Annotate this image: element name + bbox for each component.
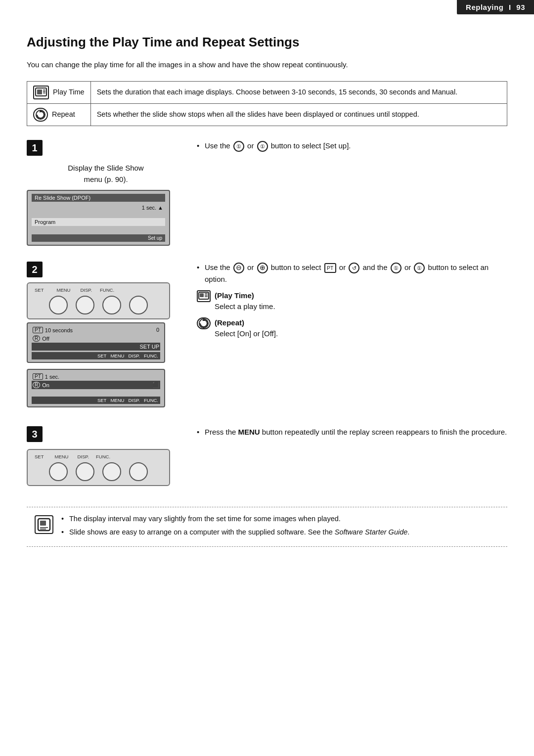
ss-row: PT 10 seconds 0: [32, 326, 160, 334]
step-3-camera-buttons: SETMENUDISP.FUNC.: [27, 449, 170, 486]
note-item: The display interval may vary slightly f…: [61, 513, 499, 525]
cam-btn-disp-3[interactable]: [102, 462, 121, 481]
playtime-icon: [33, 86, 49, 99]
repeat-desc: Sets whether the slide show stops when a…: [90, 104, 507, 126]
cam-btn-set-3[interactable]: [49, 462, 68, 481]
ss-row-selected: SET UP: [32, 343, 160, 351]
table-row: Repeat Sets whether the slide show stops…: [27, 104, 507, 126]
page-number: 93: [516, 3, 525, 11]
ss-row: R Off: [32, 334, 160, 343]
cam-circles-row-3: [33, 462, 164, 481]
sub-item-repeat: (Repeat) Select [On] or [Off].: [197, 317, 507, 340]
cam-btn-func-3[interactable]: [129, 462, 148, 481]
step-2-camera-buttons: SETMENUDISP.FUNC.: [27, 282, 170, 319]
repeat-icon-wrap: Repeat: [33, 108, 85, 122]
svg-rect-1: [37, 89, 42, 94]
repeat-sub-text: (Repeat) Select [On] or [Off].: [215, 317, 278, 340]
note-content: The display interval may vary slightly f…: [61, 513, 499, 540]
step-1-right: Use the ① or ① button to select [Set up]…: [197, 140, 507, 156]
page-title: Adjusting the Play Time and Repeat Setti…: [27, 35, 507, 50]
step-2-right: Use the ⊖ or ⊕ button to select PT or ↺ …: [197, 262, 507, 339]
ss-bottom: SETMENUDISP.FUNC.: [32, 397, 160, 404]
note-box: The display interval may vary slightly f…: [27, 507, 507, 546]
step-1-left: 1 Display the Slide Showmenu (p. 90). Re…: [27, 140, 185, 246]
cam-circles-row: [33, 296, 164, 314]
ss-row: PT 1 sec.: [32, 372, 160, 381]
cam-btn-menu[interactable]: [76, 296, 94, 314]
header-bar: Replaying I 93: [457, 0, 534, 14]
step-1-row: 1 Display the Slide Showmenu (p. 90). Re…: [27, 140, 507, 246]
sub-item-playtime: (Play Time) Select a play time.: [197, 290, 507, 312]
step-3-bullets: Press the MENU button repeatedly until t…: [197, 426, 507, 438]
playtime-inline-icon: PT: [324, 263, 336, 273]
playtime-label: Play Time: [53, 87, 85, 98]
repeat-sub-title: (Repeat): [215, 318, 244, 327]
cam-top-labels-3: SETMENUDISP.FUNC.: [33, 454, 164, 459]
ominus-icon: ⊖: [233, 263, 244, 273]
dial-down-icon: ①: [414, 263, 425, 273]
repeat-inline-icon: ↺: [349, 263, 359, 273]
playtime-desc: Sets the duration that each image displa…: [90, 82, 507, 104]
step-2-number: 2: [27, 262, 43, 277]
ss-row-selected: R On ⬛: [32, 381, 160, 389]
cam-btn-menu-3[interactable]: [76, 462, 94, 481]
bullet-item: Use the ⊖ or ⊕ button to select PT or ↺ …: [197, 262, 507, 285]
repeat-sub-icon: [197, 317, 211, 332]
svg-rect-15: [40, 521, 46, 526]
playtime-sub-icon: [197, 290, 211, 304]
table-row: Play Time Sets the duration that each im…: [27, 82, 507, 104]
settings-table: Play Time Sets the duration that each im…: [27, 81, 507, 126]
step-3-row: 3 SETMENUDISP.FUNC.: [27, 426, 507, 486]
playtime-sub-text: (Play Time) Select a play time.: [215, 290, 275, 312]
note-icon: [35, 515, 53, 534]
dial-icon-left: ①: [233, 141, 244, 152]
step-3-number: 3: [27, 426, 43, 442]
screen-bottom: Set up: [32, 234, 165, 242]
dial-up-icon: ①: [391, 263, 401, 273]
ss-row: [32, 389, 160, 395]
ss-bottom: SETMENUDISP.FUNC.: [32, 352, 160, 359]
step-2-screen-1: PT 10 seconds 0 R Off SET UP: [27, 322, 165, 363]
repeat-sub-desc: Select [On] or [Off].: [215, 329, 278, 338]
playtime-sub-desc: Select a play time.: [215, 302, 275, 311]
step-2-left: 2 SETMENUDISP.FUNC.: [27, 262, 185, 410]
repeat-icon-small: [197, 317, 211, 329]
step-1-screen: Re Slide Show (DPOF) 1 sec. ▲ Program Se…: [27, 190, 170, 246]
playtime-icon-cell: Play Time: [27, 82, 91, 104]
step-2-row: 2 SETMENUDISP.FUNC.: [27, 262, 507, 410]
cam-btn-func[interactable]: [129, 296, 148, 314]
cam-btn-set[interactable]: [49, 296, 68, 314]
dial-icon-right: ①: [257, 141, 268, 152]
note-list: The display interval may vary slightly f…: [61, 513, 499, 538]
step-1-bullets: Use the ① or ① button to select [Set up]…: [197, 140, 507, 152]
repeat-label: Repeat: [52, 109, 75, 120]
screen-program: Program: [32, 218, 165, 226]
playtime-icon-wrap: Play Time: [33, 86, 85, 99]
step-3-right: Press the MENU button repeatedly until t…: [197, 426, 507, 442]
intro-text: You can change the play time for all the…: [27, 59, 507, 70]
playtime-icon-small: [197, 290, 211, 302]
step-1-number: 1: [27, 140, 43, 156]
step-2-bullets: Use the ⊖ or ⊕ button to select PT or ↺ …: [197, 262, 507, 285]
cam-top-labels: SETMENUDISP.FUNC.: [33, 287, 164, 293]
menu-bold: MENU: [238, 428, 260, 436]
step-2-screen-2: PT 1 sec. R On ⬛ SETMENUDIS: [27, 369, 165, 407]
step-3-left: 3 SETMENUDISP.FUNC.: [27, 426, 185, 486]
steps-section: 1 Display the Slide Showmenu (p. 90). Re…: [27, 140, 507, 502]
playtime-sub-title: (Play Time): [215, 291, 254, 300]
or-text: or: [247, 141, 254, 150]
italic-phrase: Software Starter Guide: [335, 528, 408, 536]
note-item: Slide shows are easy to arrange on a com…: [61, 527, 499, 538]
step-1-desc: Display the Slide Showmenu (p. 90).: [27, 163, 185, 185]
screen-row: 1 sec. ▲: [32, 204, 165, 212]
screen-title: Re Slide Show (DPOF): [32, 194, 165, 202]
bullet-item: Press the MENU button repeatedly until t…: [197, 426, 507, 438]
cam-btn-disp[interactable]: [102, 296, 121, 314]
section-label: Replaying: [466, 3, 503, 11]
main-content: Adjusting the Play Time and Repeat Setti…: [0, 16, 534, 562]
screen-row: [32, 212, 165, 217]
header-separator: I: [509, 3, 513, 11]
oplus-icon: ⊕: [257, 263, 268, 273]
repeat-icon: [33, 108, 48, 122]
svg-rect-8: [200, 293, 204, 297]
